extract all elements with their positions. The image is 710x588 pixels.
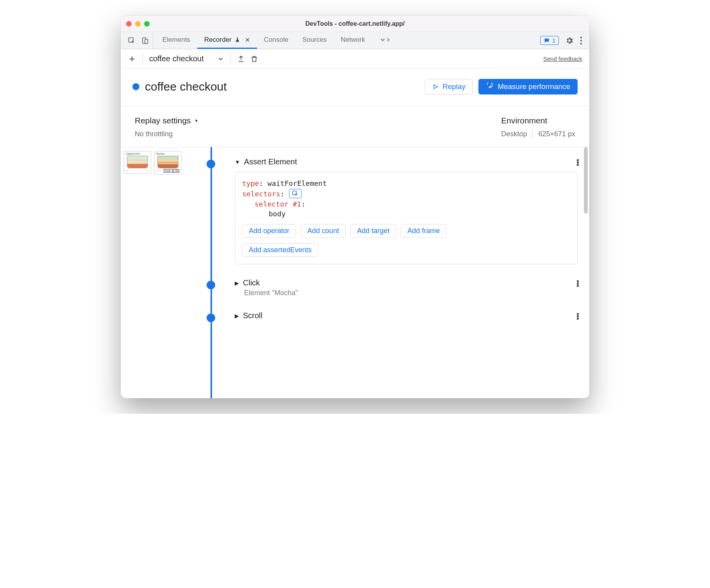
maximize-window-button[interactable] — [144, 21, 150, 27]
inspect-element-icon[interactable] — [128, 37, 136, 45]
recording-status-dot — [132, 83, 139, 90]
thumbnail[interactable]: Cappuccino —— — [124, 151, 151, 174]
svg-point-6 — [489, 87, 491, 88]
step-dot — [207, 160, 215, 168]
close-tab-icon[interactable]: ✕ — [245, 36, 250, 44]
step-assert-element: ••• ▼ Assert Element type: waitForElemen… — [222, 150, 578, 271]
new-recording-icon[interactable] — [128, 55, 136, 63]
settings-gear-icon[interactable] — [565, 36, 574, 45]
selector-picker-button[interactable] — [289, 189, 301, 198]
replay-settings-toggle[interactable]: Replay settings — [135, 116, 501, 125]
step-scroll: ••• ▶ Scroll — [222, 304, 578, 320]
steps-list: ••• ▼ Assert Element type: waitForElemen… — [207, 147, 589, 398]
step-title: Assert Element — [244, 157, 297, 166]
svg-point-5 — [580, 43, 582, 44]
screenshot-thumbnails: Cappuccino —— Mocha —Total: $0.00 — [121, 147, 207, 398]
replay-button[interactable]: Replay — [425, 79, 473, 94]
replay-settings-label: Replay settings — [135, 116, 191, 125]
add-operator-button[interactable]: Add operator — [242, 224, 296, 238]
chevron-right-icon: ▶ — [235, 313, 239, 319]
recording-dropdown[interactable]: coffee checkout — [149, 54, 204, 63]
step-menu-icon[interactable]: ••• — [576, 313, 579, 320]
step-header[interactable]: ▶ Scroll — [235, 311, 578, 320]
step-header[interactable]: ▼ Assert Element — [235, 157, 578, 166]
recorder-body: Cappuccino —— Mocha —Total: $0.00 ••• ▼ … — [121, 147, 589, 398]
send-feedback-link[interactable]: Send feedback — [543, 55, 582, 62]
throttling-value: No throttling — [135, 130, 501, 138]
flask-icon — [235, 37, 240, 43]
more-tabs-button[interactable] — [372, 32, 398, 49]
measure-button-label: Measure performance — [498, 82, 570, 91]
window-controls — [126, 21, 150, 27]
devtools-tabs-row: Elements Recorder ✕ Console Sources Netw… — [121, 32, 589, 49]
measure-performance-button[interactable]: Measure performance — [478, 79, 578, 94]
code-key: type — [242, 179, 259, 187]
add-target-button[interactable]: Add target — [350, 224, 396, 238]
recorder-toolbar: coffee checkout Send feedback — [121, 49, 589, 69]
step-header[interactable]: ▶ Click — [235, 278, 578, 287]
step-subtitle: Element "Mocha" — [244, 289, 578, 297]
timeline-line — [211, 147, 212, 398]
tab-console[interactable]: Console — [257, 32, 295, 49]
minimize-window-button[interactable] — [135, 21, 141, 27]
kebab-menu-icon[interactable] — [580, 36, 582, 45]
add-frame-button[interactable]: Add frame — [401, 224, 446, 238]
chevron-down-icon[interactable] — [217, 55, 224, 62]
thumbnail[interactable]: Mocha —Total: $0.00 — [154, 151, 182, 175]
svg-rect-2 — [145, 39, 148, 43]
svg-point-3 — [580, 36, 582, 38]
tab-recorder-label: Recorder — [204, 36, 232, 44]
step-menu-icon[interactable]: ••• — [576, 280, 579, 287]
step-dot — [207, 314, 215, 322]
code-key: selector #1 — [255, 200, 301, 208]
step-click: ••• ▶ Click Element "Mocha" — [222, 271, 578, 304]
step-title: Scroll — [243, 311, 262, 320]
tab-elements[interactable]: Elements — [155, 32, 197, 49]
chevron-right-icon: ▶ — [235, 280, 239, 286]
environment-label: Environment — [501, 116, 575, 125]
settings-row: Replay settings No throttling Environmen… — [121, 107, 589, 147]
add-count-button[interactable]: Add count — [301, 224, 346, 238]
step-dot — [207, 281, 215, 289]
svg-point-4 — [580, 39, 582, 41]
viewport-value: 625×671 px — [538, 130, 575, 138]
code-value: waitForElement — [268, 179, 327, 187]
window-title: DevTools - coffee-cart.netlify.app/ — [121, 20, 589, 27]
tab-recorder[interactable]: Recorder ✕ — [197, 32, 257, 49]
code-key: selectors — [242, 190, 280, 198]
code-value: body — [269, 210, 285, 218]
tab-network[interactable]: Network — [334, 32, 372, 49]
device-toggle-icon[interactable] — [141, 37, 149, 45]
step-menu-icon[interactable]: ••• — [576, 159, 579, 166]
add-asserted-events-button[interactable]: Add assertedEvents — [242, 243, 318, 257]
replay-button-label: Replay — [442, 82, 466, 91]
export-icon[interactable] — [237, 55, 245, 63]
device-value: Desktop — [501, 130, 527, 138]
close-window-button[interactable] — [126, 21, 132, 27]
devtools-window: DevTools - coffee-cart.netlify.app/ Elem… — [121, 16, 589, 398]
scrollbar-thumb[interactable] — [584, 147, 588, 214]
issues-badge[interactable]: 1 — [540, 36, 559, 45]
recording-header: coffee checkout Replay Measure performan… — [121, 69, 589, 107]
titlebar: DevTools - coffee-cart.netlify.app/ — [121, 16, 589, 32]
recording-title: coffee checkout — [145, 80, 425, 93]
separator — [532, 130, 533, 138]
tab-sources[interactable]: Sources — [295, 32, 334, 49]
issues-count: 1 — [552, 37, 555, 44]
step-title: Click — [243, 278, 260, 287]
chevron-down-icon: ▼ — [235, 159, 240, 165]
step-card: type: waitForElement selectors: selector… — [235, 172, 578, 264]
delete-icon[interactable] — [250, 55, 258, 63]
